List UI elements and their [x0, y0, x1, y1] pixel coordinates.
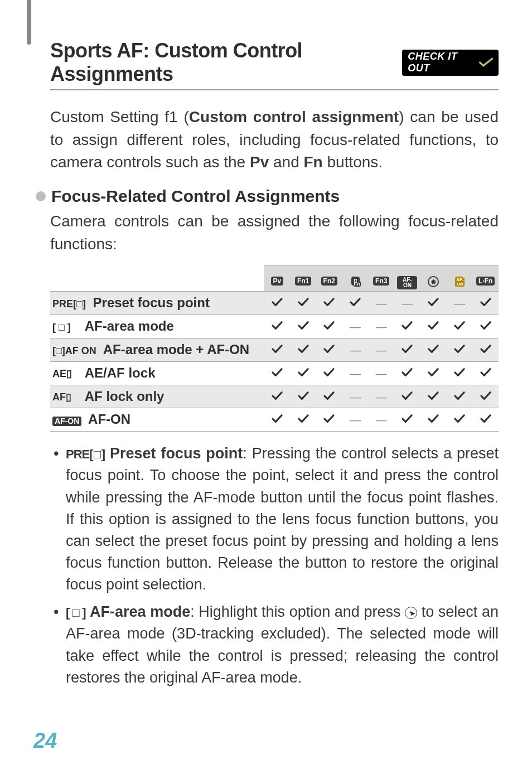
matrix-cell: —: [368, 385, 394, 408]
matrix-cell: [290, 385, 316, 408]
col-fn1: Fn1: [290, 266, 316, 292]
matrix-cell: [394, 385, 420, 408]
matrix-cell: [264, 315, 290, 338]
matrix-cell: [316, 338, 342, 362]
matrix-cell: [290, 315, 316, 338]
table-corner-blank: [50, 266, 264, 292]
col-fn1-label: Fn1: [295, 277, 311, 286]
bullet1-label: AF-area mode: [90, 603, 190, 620]
right-selector-icon: [405, 607, 417, 619]
row-label-cell: AF▯ AF lock only: [50, 385, 264, 408]
col-fn2: Fn2: [316, 266, 342, 292]
intro-end: buttons.: [323, 153, 383, 171]
matrix-cell: —: [368, 315, 394, 338]
row-label-cell: AE▯ AE/AF lock: [50, 361, 264, 385]
matrix-cell: [472, 292, 499, 315]
matrix-cell: [290, 338, 316, 362]
bullet0-text: : Pressing the control selects a preset …: [66, 445, 499, 593]
section-paragraph: Camera controls can be assigned the foll…: [50, 210, 499, 255]
matrix-cell: [472, 338, 499, 362]
assignment-matrix-table: Pv Fn1 Fn2 ▯Fn Fn3 AF-ON ◉ ▯AF-ON L·Fn P…: [50, 265, 499, 432]
matrix-cell: —: [342, 385, 369, 408]
multi-selector-center-icon: ◉: [428, 276, 439, 287]
matrix-cell: —: [368, 408, 394, 432]
table-row: AF▯ AF lock only——: [50, 385, 499, 408]
intro-pre: Custom Setting f1 (: [50, 108, 189, 125]
matrix-cell: [447, 315, 473, 338]
matrix-cell: —: [447, 292, 473, 315]
table-row: AE▯ AE/AF lock——: [50, 361, 499, 385]
col-lfn-label: L·Fn: [476, 277, 495, 286]
title-divider: [50, 89, 499, 90]
page-number: 24: [33, 729, 57, 753]
table-row: [□]AF ON AF-area mode + AF-ON——: [50, 338, 499, 362]
row-label-cell: AF-ON AF-ON: [50, 408, 264, 432]
bullet1-icon: [ □ ]: [66, 606, 85, 620]
col-multi-center: ◉: [420, 266, 447, 292]
matrix-cell: —: [368, 338, 394, 362]
section-bullet-icon: [36, 191, 46, 201]
col-vert-fn: ▯Fn: [342, 266, 369, 292]
matrix-cell: [394, 315, 420, 338]
matrix-cell: [472, 315, 499, 338]
matrix-cell: [394, 338, 420, 362]
badge-text: CHECK IT OUT: [408, 51, 475, 74]
matrix-cell: [447, 385, 473, 408]
matrix-cell: [290, 292, 316, 315]
matrix-cell: —: [342, 361, 369, 385]
col-afon-label: AF-ON: [397, 276, 417, 289]
matrix-cell: [264, 292, 290, 315]
matrix-cell: —: [394, 292, 420, 315]
table-row: AF-ON AF-ON——: [50, 408, 499, 432]
bullet-af-area-mode: [ □ ] AF-area mode: Highlight this optio…: [66, 601, 499, 689]
matrix-cell: —: [342, 338, 369, 362]
matrix-cell: [420, 292, 447, 315]
matrix-cell: [447, 408, 473, 432]
intro-bold3: Fn: [303, 153, 322, 171]
col-vert-afon: ▯AF-ON: [447, 266, 473, 292]
matrix-cell: [394, 408, 420, 432]
matrix-cell: [394, 361, 420, 385]
matrix-cell: [290, 408, 316, 432]
intro-paragraph: Custom Setting f1 (Custom control assign…: [50, 106, 499, 174]
matrix-cell: —: [342, 315, 369, 338]
bullet1-pre: : Highlight this option and press: [190, 603, 405, 620]
bullet0-label: Preset focus point: [110, 445, 243, 462]
matrix-cell: [264, 408, 290, 432]
matrix-cell: [420, 361, 447, 385]
col-lfn: L·Fn: [472, 266, 499, 292]
matrix-cell: [472, 408, 499, 432]
col-pv: Pv: [264, 266, 290, 292]
matrix-cell: [447, 361, 473, 385]
check-it-out-badge: CHECK IT OUT: [402, 50, 499, 76]
section-heading: Focus-Related Control Assignments: [51, 184, 340, 209]
intro-mid2: and: [269, 153, 303, 171]
table-row: [ □ ] AF-area mode——: [50, 315, 499, 338]
matrix-cell: [420, 408, 447, 432]
checkmark-swoosh-icon: [479, 57, 493, 68]
matrix-cell: —: [368, 361, 394, 385]
row-label-cell: PRE[□] Preset focus point: [50, 292, 264, 315]
matrix-cell: [447, 338, 473, 362]
matrix-cell: [420, 338, 447, 362]
col-fn2-label: Fn2: [321, 277, 337, 286]
intro-bold1: Custom control assignment: [189, 108, 399, 125]
col-vert-fn-label: Fn: [354, 282, 361, 287]
intro-bold2: Pv: [250, 153, 269, 171]
row-label-cell: [□]AF ON AF-area mode + AF-ON: [50, 338, 264, 362]
matrix-cell: [264, 361, 290, 385]
matrix-cell: [290, 361, 316, 385]
matrix-cell: —: [342, 408, 369, 432]
col-afon: AF-ON: [394, 266, 420, 292]
row-label-cell: [ □ ] AF-area mode: [50, 315, 264, 338]
table-row: PRE[□] Preset focus point———: [50, 292, 499, 315]
matrix-cell: [264, 385, 290, 408]
side-tab: [27, 0, 31, 45]
matrix-cell: [316, 408, 342, 432]
bullet0-icon: PRE[□]: [66, 447, 105, 461]
bullet-preset-focus-point: PRE[□] Preset focus point: Pressing the …: [66, 443, 499, 596]
matrix-cell: —: [368, 292, 394, 315]
matrix-cell: [420, 385, 447, 408]
col-pv-label: Pv: [271, 277, 284, 286]
matrix-body: PRE[□] Preset focus point———[ □ ] AF-are…: [50, 292, 499, 432]
